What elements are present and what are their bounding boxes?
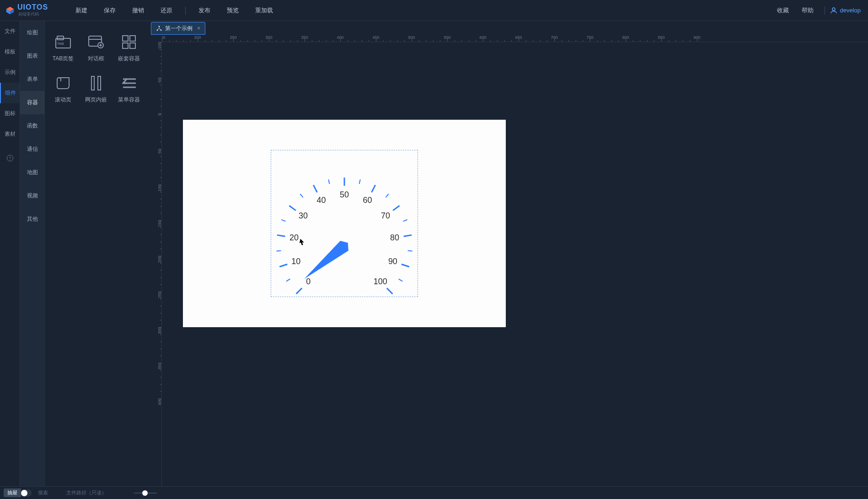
artboard[interactable]: 0102030405060708090100 (183, 120, 506, 327)
palette-dialog[interactable]: 对话框 (80, 27, 113, 69)
canvas-viewport[interactable]: 0102030405060708090100 (162, 42, 868, 486)
svg-line-27 (286, 279, 290, 281)
app-tagline: 前端零代码 (18, 11, 48, 17)
vertical-ruler[interactable]: -100-50050100150200250300350400 (150, 42, 162, 486)
svg-point-24 (161, 30, 162, 31)
svg-text:40: 40 (317, 196, 326, 205)
nav-material[interactable]: 素材 (0, 124, 20, 144)
svg-text:10: 10 (291, 257, 300, 266)
svg-rect-14 (123, 36, 128, 41)
svg-line-42 (359, 180, 360, 184)
tab-close-icon[interactable]: × (197, 25, 200, 32)
menu-reload[interactable]: 重加载 (247, 0, 281, 21)
menu-help[interactable]: 帮助 (795, 0, 820, 21)
svg-text:70: 70 (381, 211, 390, 220)
palette-label: TAB页签 (53, 55, 74, 63)
cat-draw[interactable]: 绘图 (20, 21, 44, 44)
nested-container-icon (121, 34, 137, 50)
svg-text:90: 90 (388, 257, 397, 266)
menu-redo[interactable]: 还原 (152, 0, 181, 21)
svg-point-3 (832, 8, 835, 11)
logo-icon (5, 6, 15, 15)
gauge-widget[interactable]: 0102030405060708090100 (271, 150, 418, 297)
svg-line-46 (393, 206, 399, 211)
user-icon (830, 6, 838, 15)
nav-component[interactable]: 组件 (0, 83, 20, 103)
svg-line-25 (296, 288, 302, 294)
cat-chart[interactable]: 图表 (20, 44, 44, 68)
svg-line-36 (300, 194, 303, 197)
menu-undo[interactable]: 撤销 (124, 0, 152, 21)
svg-rect-19 (98, 76, 101, 90)
tab-current[interactable]: 第一个示例 × (151, 22, 205, 35)
menu-preview[interactable]: 预览 (219, 0, 247, 21)
svg-line-55 (387, 288, 393, 294)
left-nav: 文件 模板 示例 组件 图标 素材 ? (0, 21, 20, 486)
svg-text:20: 20 (289, 233, 299, 242)
svg-text:TAB: TAB (57, 42, 64, 46)
drawer-toggle-label[interactable]: 抽屉 (4, 488, 21, 497)
cat-comm[interactable]: 通信 (20, 138, 44, 161)
svg-line-54 (399, 279, 402, 281)
svg-marker-58 (300, 239, 304, 245)
svg-point-22 (159, 26, 160, 27)
cat-map[interactable]: 地图 (20, 161, 44, 184)
svg-line-31 (277, 235, 285, 236)
svg-rect-16 (123, 43, 128, 48)
component-palette: TAB TAB页签 对话框 嵌套容器 滚动页 网页内嵌 菜单容器 (45, 21, 150, 486)
svg-text:30: 30 (299, 211, 308, 220)
user-menu[interactable]: develop (830, 6, 861, 15)
scroll-page-icon (55, 75, 71, 91)
drawer-toggle-switch[interactable] (21, 489, 32, 497)
palette-scroll[interactable]: 滚动页 (47, 69, 80, 110)
svg-rect-18 (91, 76, 94, 90)
svg-rect-17 (130, 43, 135, 48)
app-logo: UIOTOS 前端零代码 (0, 3, 54, 17)
svg-text:100: 100 (374, 277, 387, 286)
nav-example[interactable]: 示例 (0, 62, 20, 83)
nav-help-icon[interactable]: ? (0, 148, 20, 170)
palette-webview[interactable]: 网页内嵌 (80, 69, 113, 110)
menu-publish[interactable]: 发布 (190, 0, 219, 21)
menu-save[interactable]: 保存 (96, 0, 124, 21)
svg-text:0: 0 (306, 277, 311, 286)
top-menu-bar: UIOTOS 前端零代码 新建 保存 撤销 还原 发布 预览 重加载 收藏 帮助… (0, 0, 868, 21)
svg-line-39 (328, 180, 329, 184)
cat-other[interactable]: 其他 (20, 207, 44, 231)
svg-line-45 (386, 194, 388, 197)
svg-text:?: ? (9, 156, 11, 160)
cat-container[interactable]: 容器 (20, 91, 44, 114)
palette-label: 对话框 (88, 55, 104, 63)
menu-new[interactable]: 新建 (67, 0, 96, 21)
file-path-label: 文件路径（只读） (66, 489, 107, 496)
gauge-selection-box[interactable]: 0102030405060708090100 (271, 150, 418, 297)
nav-icon[interactable]: 图标 (0, 103, 20, 124)
palette-label: 菜单容器 (118, 96, 140, 104)
svg-text:50: 50 (340, 190, 349, 199)
nav-template[interactable]: 模板 (0, 42, 20, 62)
nav-file[interactable]: 文件 (0, 21, 20, 42)
canvas-area: 第一个示例 × 15020025030035040045050055060065… (150, 21, 868, 486)
horizontal-ruler[interactable]: 1502002503003504004505005506006507007508… (162, 35, 868, 42)
svg-line-33 (281, 220, 285, 222)
category-nav: 绘图 图表 表单 容器 函数 通信 地图 视频 其他 (20, 21, 45, 486)
cat-form[interactable]: 表单 (20, 68, 44, 91)
tab-label: 第一个示例 (165, 25, 193, 32)
cat-video[interactable]: 视频 (20, 184, 44, 207)
menu-favorite[interactable]: 收藏 (771, 0, 795, 21)
tab-page-icon: TAB (55, 34, 71, 50)
palette-menu-container[interactable]: 菜单容器 (113, 69, 145, 110)
svg-text:80: 80 (390, 233, 399, 242)
svg-point-23 (156, 30, 158, 31)
search-input[interactable]: 搜索 (38, 489, 48, 496)
main-menu: 新建 保存 撤销 还原 发布 预览 重加载 (67, 0, 281, 21)
palette-label: 网页内嵌 (85, 96, 107, 104)
topbar-right: 收藏 帮助 develop (771, 0, 868, 21)
palette-tab-page[interactable]: TAB TAB页签 (47, 27, 80, 69)
hierarchy-icon (156, 25, 162, 32)
zoom-slider[interactable] (134, 493, 157, 494)
tab-strip: 第一个示例 × (150, 21, 868, 35)
cat-function[interactable]: 函数 (20, 114, 44, 138)
user-name: develop (840, 7, 861, 14)
palette-nested[interactable]: 嵌套容器 (113, 27, 145, 69)
